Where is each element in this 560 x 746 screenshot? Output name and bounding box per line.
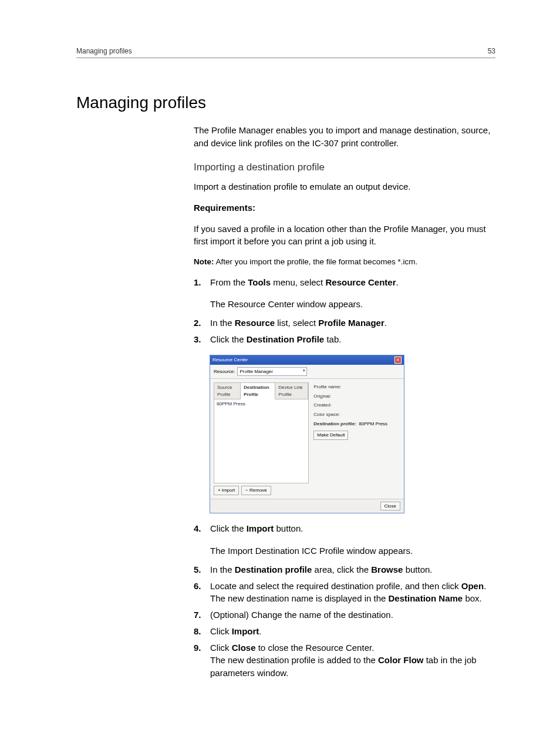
step-number: 8. (194, 625, 210, 638)
page-header: Managing profiles 53 (76, 47, 495, 58)
titlebar: Resource Center ✕ (210, 355, 404, 365)
header-page-number: 53 (488, 47, 495, 55)
prop-profile-name: Profile name: (313, 384, 355, 391)
resource-select[interactable]: Profile Manager (237, 367, 307, 377)
remove-button[interactable]: −Remove (241, 486, 271, 495)
close-button[interactable]: Close (380, 502, 400, 511)
step-body: Click Close to close the Resource Center… (210, 641, 495, 680)
step-body: Click Import. (210, 625, 495, 638)
note-text: After you import the profile, the file f… (214, 257, 418, 266)
step-result: The Resource Center window appears. (210, 298, 495, 311)
close-icon[interactable]: ✕ (394, 357, 402, 364)
minus-icon: − (245, 487, 248, 494)
step-number: 1. (194, 276, 210, 289)
page-title: Managing profiles (76, 93, 495, 112)
step-body: Click the Destination Profile tab. (210, 333, 495, 346)
step-number: 6. (194, 580, 210, 606)
note-line: Note: After you import the profile, the … (194, 256, 495, 268)
step-body: In the Resource list, select Profile Man… (210, 317, 495, 330)
plus-icon: + (218, 487, 221, 494)
resource-label: Resource: (214, 368, 235, 375)
step-number: 3. (194, 333, 210, 346)
header-section: Managing profiles (76, 47, 132, 55)
prop-colorspace: Color space: (313, 411, 355, 418)
note-label: Note: (194, 257, 214, 266)
step-body: From the Tools menu, select Resource Cen… (210, 276, 495, 289)
step-body: Locate and select the required destinati… (210, 580, 495, 606)
requirements-label: Requirements: (194, 203, 255, 213)
make-default-button[interactable]: Make Default (313, 431, 348, 440)
step-number: 9. (194, 641, 210, 680)
list-item[interactable]: 80PPM Press (214, 399, 308, 409)
steps-list-b2: 5. In the Destination profile area, clic… (194, 563, 495, 680)
steps-list-b: 4. Click the Import button. (194, 522, 495, 535)
steps-list-a2: 2. In the Resource list, select Profile … (194, 317, 495, 346)
step-number: 4. (194, 522, 210, 535)
profile-list-panel: Source Profile Destination Profile Devic… (214, 382, 309, 483)
steps-list-a: 1. From the Tools menu, select Resource … (194, 276, 495, 289)
intro-paragraph: The Profile Manager enables you to impor… (194, 124, 495, 150)
properties-panel: Profile name: Original: Created: Color s… (312, 382, 400, 483)
prop-destination-profile-value: 80PPM Press (359, 421, 387, 428)
step-result: The Import Destination ICC Profile windo… (210, 545, 495, 557)
step-number: 5. (194, 563, 210, 576)
subheading: Importing a destination profile (194, 160, 495, 175)
tab-destination-profile[interactable]: Destination Profile (241, 383, 275, 399)
import-button[interactable]: +Import (214, 486, 239, 495)
sub-intro: Import a destination profile to emulate … (194, 180, 495, 193)
resource-center-window: Resource Center ✕ Resource: Profile Mana… (210, 355, 404, 513)
requirements-text: If you saved a profile in a location oth… (194, 223, 495, 248)
prop-destination-profile: Destination profile: (313, 421, 356, 428)
step-number: 7. (194, 609, 210, 621)
step-body: (Optional) Change the name of the destin… (210, 609, 495, 621)
step-number: 2. (194, 317, 210, 330)
prop-original: Original: (313, 393, 355, 400)
step-body: In the Destination profile area, click t… (210, 563, 495, 576)
tab-bar: Source Profile Destination Profile Devic… (214, 383, 308, 399)
window-title: Resource Center (212, 357, 248, 364)
step-body: Click the Import button. (210, 522, 495, 535)
tab-device-link-profile[interactable]: Device Link Profile (275, 383, 308, 399)
tab-source-profile[interactable]: Source Profile (214, 383, 241, 399)
prop-created: Created: (313, 402, 355, 409)
